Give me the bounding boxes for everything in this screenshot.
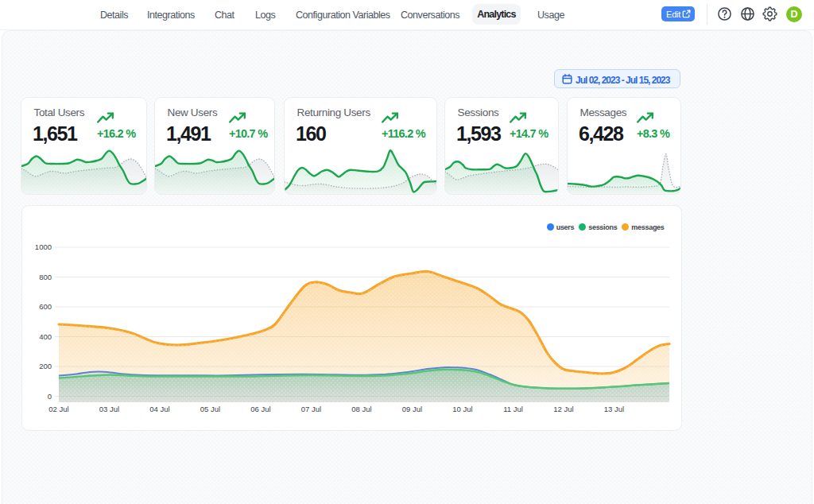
- svg-text:09 Jul: 09 Jul: [401, 405, 421, 413]
- svg-text:07 Jul: 07 Jul: [300, 405, 320, 413]
- svg-text:13 Jul: 13 Jul: [603, 405, 623, 413]
- svg-text:10 Jul: 10 Jul: [452, 405, 472, 413]
- svg-text:12 Jul: 12 Jul: [553, 405, 573, 413]
- svg-text:02 Jul: 02 Jul: [48, 405, 68, 413]
- svg-text:0: 0: [47, 392, 51, 401]
- svg-text:1000: 1000: [34, 242, 51, 251]
- svg-text:200: 200: [39, 362, 52, 370]
- svg-text:05 Jul: 05 Jul: [200, 405, 219, 413]
- svg-text:06 Jul: 06 Jul: [250, 405, 270, 413]
- svg-text:04 Jul: 04 Jul: [149, 405, 169, 413]
- svg-text:08 Jul: 08 Jul: [351, 405, 371, 413]
- svg-text:03 Jul: 03 Jul: [99, 405, 118, 413]
- svg-text:400: 400: [39, 332, 52, 341]
- svg-text:11 Jul: 11 Jul: [503, 405, 523, 413]
- svg-text:600: 600: [39, 302, 52, 311]
- svg-text:800: 800: [39, 273, 52, 281]
